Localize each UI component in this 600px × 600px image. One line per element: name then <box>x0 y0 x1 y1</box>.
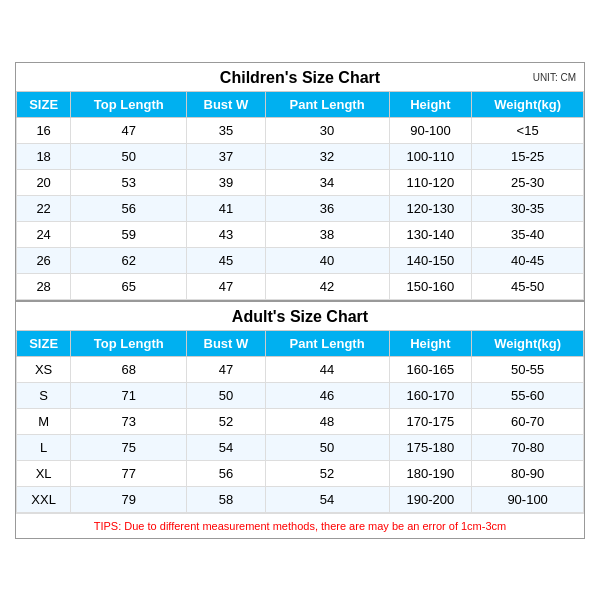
table-cell: 45 <box>187 247 265 273</box>
table-cell: 130-140 <box>389 221 472 247</box>
table-cell: 170-175 <box>389 408 472 434</box>
table-cell: 22 <box>17 195 71 221</box>
table-cell: M <box>17 408 71 434</box>
table-cell: 40 <box>265 247 389 273</box>
table-cell: 37 <box>187 143 265 169</box>
children-section-header: Children's Size Chart UNIT: CM <box>16 63 584 91</box>
table-cell: 55-60 <box>472 382 584 408</box>
table-cell: 110-120 <box>389 169 472 195</box>
table-cell: 44 <box>265 356 389 382</box>
table-cell: 24 <box>17 221 71 247</box>
table-cell: 54 <box>187 434 265 460</box>
table-cell: 20 <box>17 169 71 195</box>
adult-col-size: SIZE <box>17 330 71 356</box>
children-header-row: SIZE Top Length Bust W Pant Length Heigh… <box>17 91 584 117</box>
tips-text: TIPS: Due to different measurement metho… <box>16 513 584 538</box>
table-row: XXL795854190-20090-100 <box>17 486 584 512</box>
table-cell: 54 <box>265 486 389 512</box>
table-cell: 50 <box>187 382 265 408</box>
table-cell: 79 <box>71 486 187 512</box>
table-cell: 175-180 <box>389 434 472 460</box>
table-cell: 190-200 <box>389 486 472 512</box>
table-cell: 35 <box>187 117 265 143</box>
adult-title: Adult's Size Chart <box>232 308 368 325</box>
table-row: 28654742150-16045-50 <box>17 273 584 299</box>
table-cell: 50 <box>71 143 187 169</box>
table-cell: 47 <box>187 273 265 299</box>
children-table-body: 1647353090-100<1518503732100-11015-25205… <box>17 117 584 299</box>
table-cell: 56 <box>187 460 265 486</box>
table-cell: 41 <box>187 195 265 221</box>
table-cell: 30-35 <box>472 195 584 221</box>
table-row: M735248170-17560-70 <box>17 408 584 434</box>
adult-table-body: XS684744160-16550-55S715046160-17055-60M… <box>17 356 584 512</box>
adult-col-weight: Weight(kg) <box>472 330 584 356</box>
table-cell: 90-100 <box>389 117 472 143</box>
table-cell: 150-160 <box>389 273 472 299</box>
table-cell: 56 <box>71 195 187 221</box>
adult-section-header: Adult's Size Chart <box>16 300 584 330</box>
adult-col-bustw: Bust W <box>187 330 265 356</box>
table-cell: 180-190 <box>389 460 472 486</box>
table-cell: 73 <box>71 408 187 434</box>
table-cell: 28 <box>17 273 71 299</box>
table-cell: 42 <box>265 273 389 299</box>
children-col-toplength: Top Length <box>71 91 187 117</box>
table-cell: 80-90 <box>472 460 584 486</box>
table-row: 1647353090-100<15 <box>17 117 584 143</box>
table-cell: 34 <box>265 169 389 195</box>
unit-label: UNIT: CM <box>533 71 576 82</box>
table-cell: 48 <box>265 408 389 434</box>
table-cell: 43 <box>187 221 265 247</box>
table-row: 24594338130-14035-40 <box>17 221 584 247</box>
table-cell: 47 <box>187 356 265 382</box>
table-row: 18503732100-11015-25 <box>17 143 584 169</box>
table-cell: 100-110 <box>389 143 472 169</box>
table-cell: 70-80 <box>472 434 584 460</box>
table-cell: 62 <box>71 247 187 273</box>
table-cell: 36 <box>265 195 389 221</box>
adult-col-height: Height <box>389 330 472 356</box>
table-cell: L <box>17 434 71 460</box>
table-cell: 120-130 <box>389 195 472 221</box>
table-cell: 160-165 <box>389 356 472 382</box>
table-cell: 35-40 <box>472 221 584 247</box>
table-cell: 160-170 <box>389 382 472 408</box>
table-cell: 52 <box>265 460 389 486</box>
table-cell: 90-100 <box>472 486 584 512</box>
table-row: 20533934110-12025-30 <box>17 169 584 195</box>
table-cell: 50 <box>265 434 389 460</box>
children-col-size: SIZE <box>17 91 71 117</box>
table-cell: 60-70 <box>472 408 584 434</box>
table-cell: 39 <box>187 169 265 195</box>
table-cell: 15-25 <box>472 143 584 169</box>
table-cell: 65 <box>71 273 187 299</box>
children-title: Children's Size Chart <box>220 69 380 86</box>
table-cell: 68 <box>71 356 187 382</box>
children-table: SIZE Top Length Bust W Pant Length Heigh… <box>16 91 584 300</box>
table-cell: 32 <box>265 143 389 169</box>
table-cell: 50-55 <box>472 356 584 382</box>
table-row: L755450175-18070-80 <box>17 434 584 460</box>
table-cell: 71 <box>71 382 187 408</box>
table-cell: 77 <box>71 460 187 486</box>
table-cell: S <box>17 382 71 408</box>
table-cell: 47 <box>71 117 187 143</box>
table-cell: 46 <box>265 382 389 408</box>
table-row: XS684744160-16550-55 <box>17 356 584 382</box>
table-cell: 26 <box>17 247 71 273</box>
table-cell: 59 <box>71 221 187 247</box>
table-cell: 25-30 <box>472 169 584 195</box>
table-row: XL775652180-19080-90 <box>17 460 584 486</box>
children-col-bustw: Bust W <box>187 91 265 117</box>
table-cell: 30 <box>265 117 389 143</box>
adult-col-pantlength: Pant Length <box>265 330 389 356</box>
table-cell: XL <box>17 460 71 486</box>
table-cell: 38 <box>265 221 389 247</box>
children-col-height: Height <box>389 91 472 117</box>
table-cell: XS <box>17 356 71 382</box>
table-cell: 40-45 <box>472 247 584 273</box>
table-cell: 75 <box>71 434 187 460</box>
children-col-weight: Weight(kg) <box>472 91 584 117</box>
table-row: 22564136120-13030-35 <box>17 195 584 221</box>
